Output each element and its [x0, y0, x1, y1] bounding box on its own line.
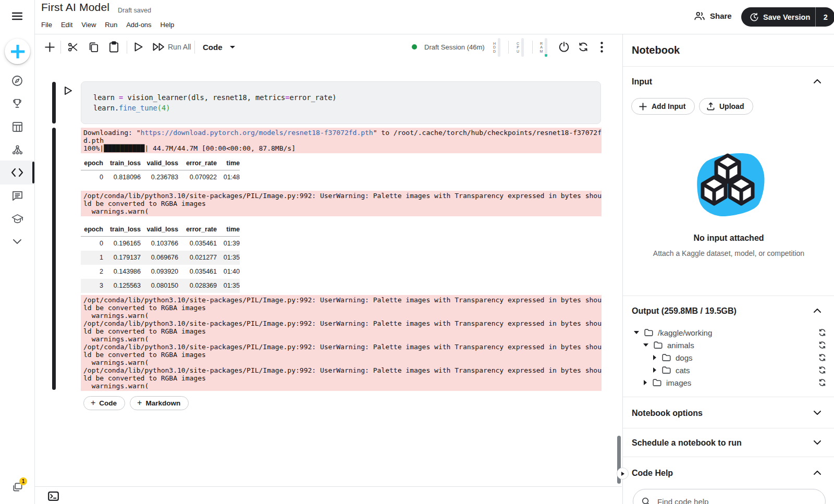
upload-button[interactable]: Upload [699, 98, 753, 115]
notebook-toolbar: Run All Code Draft Session (46m) HDD CPU… [35, 34, 622, 59]
stderr-warning-block-repeated: /opt/conda/lib/python3.10/site-packages/… [81, 295, 602, 391]
session-status[interactable]: Draft Session (46m) [412, 34, 485, 59]
tree-item-animals[interactable]: animals [623, 339, 834, 351]
table-cell: 0.080150 [141, 279, 178, 293]
menu-addons[interactable]: Add-ons [126, 21, 151, 29]
chevron-up-icon [814, 309, 821, 313]
table-header-cell: valid_loss [141, 158, 178, 170]
stderr-line: warnings.warn( [83, 359, 602, 366]
sidebar-item-more[interactable] [0, 230, 34, 253]
code-icon [11, 168, 23, 177]
history-clock-icon [750, 13, 759, 22]
table-header-cell: epoch [81, 158, 103, 170]
cell-run-button[interactable] [64, 85, 73, 96]
cubes-illustration [696, 152, 766, 217]
cell-type-label: Code [203, 43, 223, 52]
menu-edit[interactable]: Edit [61, 21, 72, 29]
power-icon [558, 41, 570, 53]
code-token: vision_learner(dls, resnet18, metrics [123, 93, 285, 102]
collapse-code-help-button[interactable] [814, 471, 821, 475]
notebook-title[interactable]: First AI Model [41, 1, 109, 14]
trophy-icon [11, 98, 23, 109]
run-all-button[interactable] [153, 34, 165, 59]
restart-session-button[interactable] [578, 34, 589, 59]
paste-cell-button[interactable] [109, 34, 119, 59]
events-badge: 1 [19, 477, 27, 485]
table-cell: 01:35 [217, 279, 240, 293]
tree-item-images[interactable]: images [623, 376, 834, 389]
download-url-link[interactable]: https://download.pytorch.org/models/resn… [141, 129, 373, 137]
stderr-line: warnings.warn( [83, 312, 602, 319]
sidebar-item-code[interactable] [0, 161, 34, 184]
table-cell: 01:40 [217, 265, 240, 279]
folder-icon [644, 329, 653, 336]
version-count-button[interactable]: 2 [816, 7, 834, 27]
sidebar-item-home[interactable] [0, 69, 34, 92]
run-all-label[interactable]: Run All [168, 34, 191, 59]
notebook-canvas: learn = vision_learner(dls, resnet18, me… [35, 59, 622, 486]
sidebar-item-datasets[interactable] [0, 115, 34, 138]
table-header-cell: error_rate [178, 158, 217, 170]
menu-file[interactable]: File [41, 21, 52, 29]
add-markdown-cell-button[interactable]: +Markdown [130, 396, 189, 410]
panel-collapse-button[interactable] [617, 468, 629, 480]
sidebar-item-learn[interactable] [0, 207, 34, 230]
power-button[interactable] [558, 34, 570, 59]
more-options-button[interactable] [600, 34, 603, 59]
plus-icon: + [91, 398, 95, 408]
add-markdown-label: Markdown [145, 399, 180, 407]
stderr-line: 100%|██████████| 44.7M/44.7M [00:00<00:0… [83, 144, 602, 152]
create-button[interactable] [5, 39, 30, 64]
table-header-cell: time [217, 224, 240, 237]
collapse-input-button[interactable] [814, 79, 821, 83]
table-row: 10.1791370.0696760.02127701:35 [81, 251, 240, 265]
save-version-button[interactable]: Save Version [741, 7, 815, 27]
active-events-button[interactable] [0, 476, 34, 499]
play-icon [134, 42, 143, 52]
output-cell-focus-bar[interactable] [52, 128, 56, 390]
tree-item-dogs[interactable]: dogs [623, 351, 834, 364]
copy-icon [88, 42, 99, 53]
tree-item-cats[interactable]: cats [623, 364, 834, 376]
sidebar-item-models[interactable] [0, 138, 34, 161]
table-cell: 0 [81, 237, 103, 251]
no-input-illustration [696, 152, 766, 217]
ram-gauge[interactable]: RAM [539, 38, 547, 57]
copy-cell-button[interactable] [88, 34, 99, 59]
share-button[interactable]: Share [694, 11, 732, 20]
cut-cell-button[interactable] [67, 34, 78, 59]
ram-label: RAM [539, 42, 543, 54]
options-section-heading: Notebook options [632, 409, 703, 418]
cpu-gauge[interactable]: CPU [516, 38, 524, 57]
chevron-down-icon [13, 239, 21, 244]
add-input-button[interactable]: Add Input [631, 98, 695, 115]
code-cell-editor[interactable]: learn = vision_learner(dls, resnet18, me… [81, 81, 601, 124]
console-toggle-button[interactable] [48, 491, 59, 501]
cell-type-dropdown[interactable]: Code [203, 34, 235, 59]
add-code-cell-button[interactable]: +Code [83, 396, 125, 410]
toolbar-separator [194, 41, 195, 54]
menu-view[interactable]: View [81, 21, 96, 29]
table-cell: 0.236783 [141, 170, 178, 185]
code-cell-focus-bar[interactable] [52, 82, 56, 124]
save-version-control: Save Version 2 [741, 7, 834, 27]
hamburger-menu-button[interactable] [0, 5, 34, 28]
menu-run[interactable]: Run [105, 21, 117, 29]
tree-item-working[interactable]: /kaggle/working [623, 326, 834, 339]
add-cell-button[interactable] [45, 34, 55, 59]
hdd-gauge[interactable]: HDD [493, 38, 500, 57]
sidebar-item-competitions[interactable] [0, 92, 34, 115]
code-help-search-input[interactable]: Find code help [633, 489, 826, 504]
folder-icon [654, 341, 663, 349]
expand-schedule-button[interactable] [814, 440, 821, 445]
stderr-line: ld be converted to RGBA images [83, 374, 602, 382]
menu-help[interactable]: Help [161, 21, 175, 29]
collapse-output-button[interactable] [814, 309, 821, 313]
run-cell-button[interactable] [134, 34, 143, 59]
sidebar-item-discussions[interactable] [0, 184, 34, 207]
expand-options-button[interactable] [814, 411, 821, 415]
top-bar: First AI Model Draft saved File Edit Vie… [35, 0, 834, 34]
stderr-text: Downloading: " [83, 129, 141, 137]
folder-icon [662, 354, 671, 361]
code-token-function: fine_tune [119, 104, 157, 112]
